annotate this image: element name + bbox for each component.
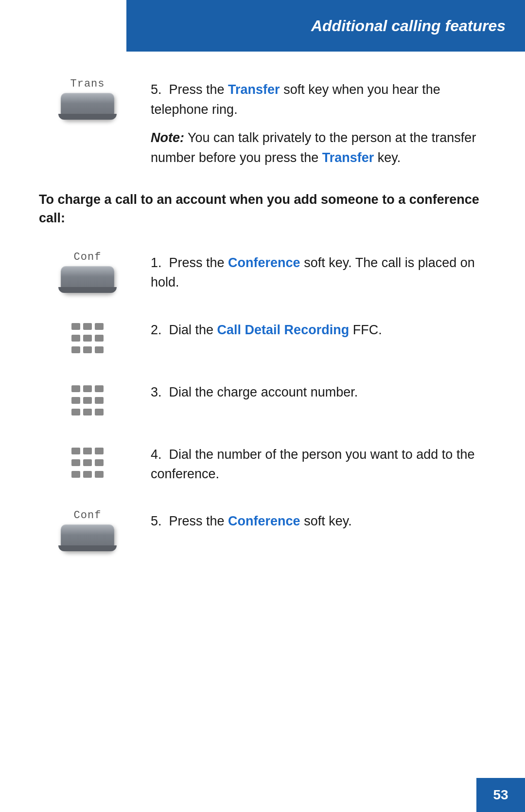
cdr-link: Call Detail Recording — [217, 323, 350, 337]
softkey-button-conf-1 — [61, 266, 114, 293]
main-content: Trans 5. Press the Transfer soft key whe… — [0, 52, 525, 812]
softkey-label-conf-1: Conf — [74, 251, 102, 263]
kd — [83, 409, 92, 415]
conference-link-5: Conference — [228, 514, 300, 528]
softkey-button-trans — [61, 93, 114, 120]
keypad-icon-3 — [71, 385, 104, 417]
kd — [71, 335, 80, 342]
step-row-5-transfer: Trans 5. Press the Transfer soft key whe… — [39, 76, 486, 167]
step-3-text: 3. Dial the charge account number. — [151, 382, 486, 402]
page-title: Additional calling features — [311, 17, 506, 35]
softkey-label-trans: Trans — [70, 78, 105, 90]
kd — [95, 409, 104, 415]
kd — [95, 448, 104, 454]
note-text-transfer: Note: You can talk privately to the pers… — [151, 128, 486, 167]
kd — [71, 385, 80, 392]
step-2-text: 2. Dial the Call Detail Recording FFC. — [151, 320, 486, 340]
kd — [71, 323, 80, 330]
kd — [95, 459, 104, 466]
kd — [71, 409, 80, 415]
kd — [71, 448, 80, 454]
kd — [83, 459, 92, 466]
icon-col-conf-5: Conf — [39, 507, 136, 551]
softkey-button-conf-5 — [61, 524, 114, 551]
kd — [83, 471, 92, 478]
transfer-link-1: Transfer — [228, 82, 280, 97]
text-col-5: 5. Press the Conference soft key. — [136, 507, 486, 531]
softkey-label-conf-5: Conf — [74, 509, 102, 522]
conference-link-1: Conference — [228, 255, 300, 270]
keypad-icon-4 — [71, 448, 104, 480]
kd — [83, 323, 92, 330]
icon-col-transfer: Trans — [39, 76, 136, 120]
step-5-conf-text: 5. Press the Conference soft key. — [151, 511, 486, 531]
kd — [95, 471, 104, 478]
step-row-3: 3. Dial the charge account number. — [39, 379, 486, 417]
section-heading: To charge a call to an account when you … — [39, 191, 486, 228]
icon-col-conf-1: Conf — [39, 249, 136, 293]
text-col-4: 4. Dial the number of the person you wan… — [136, 441, 486, 484]
text-col-1: 1. Press the Conference soft key. The ca… — [136, 249, 486, 292]
kd — [95, 397, 104, 404]
kd — [71, 346, 80, 353]
kd — [95, 346, 104, 353]
header-bar: Additional calling features — [126, 0, 525, 52]
page-footer: 53 — [476, 778, 525, 812]
page-number: 53 — [493, 787, 508, 803]
icon-col-keypad-2 — [39, 316, 136, 355]
kd — [83, 397, 92, 404]
transfer-link-2: Transfer — [322, 150, 374, 165]
kd — [71, 459, 80, 466]
step-row-5-conf: Conf 5. Press the Conference soft key. — [39, 507, 486, 551]
icon-col-keypad-4 — [39, 441, 136, 480]
kd — [83, 385, 92, 392]
kd — [83, 346, 92, 353]
kd — [95, 335, 104, 342]
step-5-text: 5. Press the Transfer soft key when you … — [151, 80, 486, 119]
text-col-2: 2. Dial the Call Detail Recording FFC. — [136, 316, 486, 340]
icon-col-keypad-3 — [39, 379, 136, 417]
text-col-3: 3. Dial the charge account number. — [136, 379, 486, 402]
step-1-text: 1. Press the Conference soft key. The ca… — [151, 253, 486, 292]
kd — [71, 471, 80, 478]
kd — [95, 385, 104, 392]
text-col-transfer: 5. Press the Transfer soft key when you … — [136, 76, 486, 167]
step-row-1: Conf 1. Press the Conference soft key. T… — [39, 249, 486, 293]
keypad-icon-2 — [71, 323, 104, 355]
step-4-text: 4. Dial the number of the person you wan… — [151, 445, 486, 484]
kd — [83, 448, 92, 454]
kd — [83, 335, 92, 342]
kd — [71, 397, 80, 404]
note-label: Note: — [151, 130, 184, 145]
step-row-2: 2. Dial the Call Detail Recording FFC. — [39, 316, 486, 355]
kd — [95, 323, 104, 330]
step-row-4: 4. Dial the number of the person you wan… — [39, 441, 486, 484]
